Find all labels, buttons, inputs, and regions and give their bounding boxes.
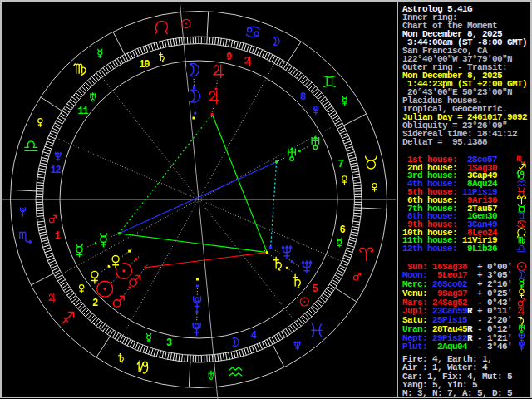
svg-text:2: 2	[92, 298, 98, 309]
svg-text:12th: 12th	[402, 244, 422, 254]
svg-text:M: 3, N: 7, A: 5, D: 5: M: 3, N: 7, A: 5, D: 5	[402, 388, 513, 398]
svg-text:9Lib36: 9Lib36	[467, 244, 497, 254]
svg-text:DeltaT = 95.1388: DeltaT = 95.1388	[402, 137, 488, 147]
svg-text:R: R	[467, 306, 473, 316]
svg-text:11: 11	[77, 106, 88, 117]
svg-text:8: 8	[300, 91, 306, 103]
svg-text:10: 10	[139, 59, 150, 71]
svg-text:- 3°46': - 3°46'	[477, 342, 512, 352]
svg-text:12: 12	[51, 165, 62, 176]
svg-text:house:: house:	[427, 244, 457, 254]
svg-text:3: 3	[166, 337, 172, 349]
svg-text:R: R	[467, 333, 473, 343]
svg-text:9: 9	[226, 52, 232, 63]
svg-text:6: 6	[339, 224, 345, 236]
svg-text:Plut:: Plut:	[402, 342, 427, 352]
svg-text:4: 4	[251, 330, 257, 342]
svg-text:7: 7	[338, 159, 344, 170]
svg-text:5: 5	[313, 283, 318, 295]
svg-text:2Aqu04: 2Aqu04	[432, 342, 468, 352]
svg-text:1: 1	[54, 230, 60, 242]
